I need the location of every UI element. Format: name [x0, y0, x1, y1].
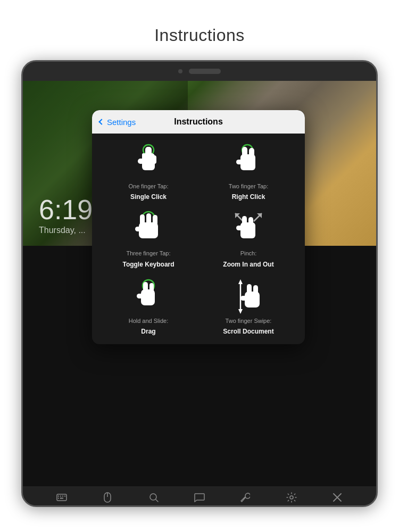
instruction-sub-three-finger: Three finger Tap: [127, 250, 171, 257]
svg-rect-10 [236, 160, 243, 164]
svg-rect-9 [249, 148, 254, 159]
instruction-label-two-finger: Right Click [232, 193, 265, 201]
camera-dot [178, 69, 182, 73]
instruction-sub-hold-slide: Hold and Slide: [129, 317, 169, 325]
instruction-pinch: Pinch: Zoom In and Out [203, 209, 294, 268]
back-label: Settings [107, 118, 136, 127]
svg-rect-36 [253, 285, 258, 296]
svg-point-50 [290, 496, 293, 499]
svg-line-49 [156, 500, 158, 502]
instruction-one-finger-tap: One finger Tap: Single Click [103, 142, 194, 201]
svg-rect-15 [153, 215, 157, 226]
instruction-label-hold-slide: Drag [141, 328, 155, 335]
toolbar [23, 486, 376, 507]
svg-rect-45 [60, 498, 63, 499]
instruction-hold-slide: Hold and Slide: Drag [103, 277, 194, 335]
svg-rect-42 [64, 496, 65, 497]
settings-icon[interactable] [283, 489, 300, 506]
svg-rect-8 [242, 147, 247, 159]
instruction-sub-two-finger: Two finger Tap: [229, 182, 268, 190]
svg-rect-16 [135, 227, 142, 231]
svg-point-48 [150, 494, 156, 500]
instruction-label-two-finger-swipe: Scroll Document [223, 328, 273, 335]
close-icon[interactable] [329, 489, 346, 506]
search-icon[interactable] [145, 489, 162, 506]
svg-rect-41 [62, 496, 63, 497]
modal-title: Instructions [174, 117, 223, 127]
instruction-sub-pinch: Pinch: [240, 250, 257, 257]
instruction-sub-one-finger: One finger Tap: [128, 182, 168, 190]
svg-rect-23 [248, 217, 253, 227]
svg-rect-43 [58, 498, 59, 499]
instruction-two-finger-swipe: Two finger Swipe: Scroll Document [203, 277, 294, 335]
svg-rect-35 [247, 284, 252, 296]
svg-rect-29 [137, 294, 143, 298]
instruction-label-one-finger: Single Click [130, 193, 167, 201]
svg-rect-5 [152, 155, 156, 164]
gesture-icon-one-finger [130, 142, 167, 179]
svg-rect-13 [140, 214, 145, 226]
gesture-icon-pinch [230, 209, 267, 246]
svg-rect-40 [60, 496, 61, 497]
gesture-icon-two-finger-swipe [230, 277, 267, 314]
gesture-icon-two-finger [230, 142, 267, 179]
svg-rect-27 [143, 282, 148, 294]
instruction-label-pinch: Zoom In and Out [223, 261, 273, 268]
svg-rect-28 [149, 283, 154, 294]
instructions-modal: Settings Instructions [92, 110, 305, 344]
svg-rect-24 [236, 226, 243, 230]
tablet-device: 6:19 Thursday, ... Settings Instructions [21, 60, 378, 507]
gesture-icon-three-finger [130, 209, 167, 246]
instruction-label-three-finger: Toggle Keyboard [122, 261, 174, 268]
instruction-two-finger-tap: Two finger Tap: Right Click [203, 142, 294, 201]
svg-rect-38 [57, 494, 66, 501]
gesture-icon-hold-slide [130, 277, 167, 314]
svg-rect-22 [242, 216, 247, 227]
modal-header: Settings Instructions [92, 110, 305, 134]
svg-rect-39 [58, 496, 59, 497]
modal-body: One finger Tap: Single Click [92, 134, 305, 344]
svg-marker-33 [238, 309, 243, 314]
svg-rect-4 [142, 153, 145, 163]
keyboard-icon[interactable] [53, 489, 70, 506]
svg-marker-31 [238, 279, 243, 284]
instruction-three-finger-tap: Three finger Tap: Toggle Keyboard [103, 209, 194, 268]
tablet-top-bar [23, 62, 376, 81]
wrench-icon[interactable] [237, 489, 254, 506]
back-button[interactable]: Settings [99, 118, 136, 127]
svg-rect-2 [145, 147, 152, 157]
chevron-left-icon [98, 119, 104, 124]
page-title: Instructions [0, 0, 399, 60]
speaker-bar [189, 69, 221, 74]
svg-rect-14 [146, 213, 151, 226]
tablet-screen: 6:19 Thursday, ... Settings Instructions [23, 81, 376, 486]
instruction-sub-two-finger-swipe: Two finger Swipe: [226, 317, 272, 325]
svg-rect-37 [240, 296, 247, 301]
chat-icon[interactable] [191, 489, 208, 506]
mouse-icon[interactable] [99, 489, 116, 506]
